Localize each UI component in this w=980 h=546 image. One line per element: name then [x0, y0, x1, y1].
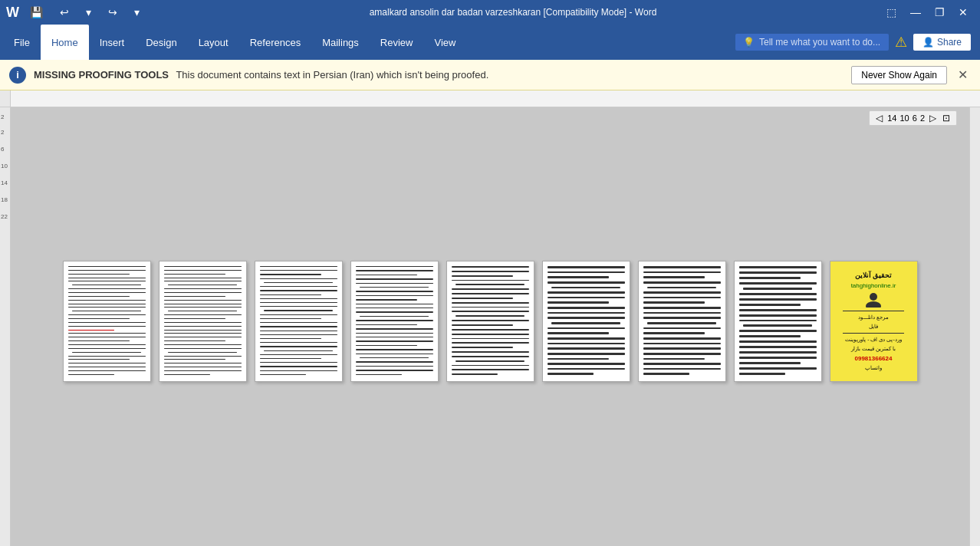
- text-line: [452, 266, 529, 268]
- save-button[interactable]: 💾: [24, 4, 49, 21]
- ruler-num-2a: 2: [1, 113, 4, 120]
- tell-me-box[interactable]: 💡 Tell me what you want to do...: [735, 34, 889, 51]
- tab-file[interactable]: File: [3, 25, 41, 60]
- text-line: [164, 307, 242, 308]
- alert-icon: ⚠: [895, 34, 907, 51]
- text-line: [452, 311, 529, 312]
- page-9-ad[interactable]: تحقیق آنلاین tahghighonline.ir مرجع دانل…: [830, 261, 918, 382]
- text-line: [356, 320, 433, 321]
- svg-point-1: [866, 301, 881, 308]
- undo-dropdown-button[interactable]: ▾: [80, 4, 97, 21]
- undo-button[interactable]: ↩: [54, 4, 75, 21]
- text-line: [356, 333, 433, 334]
- ruler-num-14: 14: [1, 179, 8, 186]
- page-6[interactable]: [542, 261, 630, 382]
- redo-button[interactable]: ↪: [102, 4, 123, 21]
- text-line: [739, 309, 817, 311]
- text-line: [260, 338, 322, 339]
- text-line: [164, 330, 242, 331]
- notification-text: MISSING PROOFING TOOLS This document con…: [34, 69, 844, 81]
- text-line: [739, 266, 817, 268]
- text-line: [260, 306, 337, 307]
- text-line: [68, 281, 146, 281]
- ribbon-display-button[interactable]: ⬚: [880, 4, 903, 21]
- text-line: [260, 286, 337, 287]
- info-icon: i: [9, 67, 26, 84]
- text-line: [68, 344, 146, 345]
- minimize-button[interactable]: —: [904, 4, 927, 21]
- text-line: [548, 373, 594, 375]
- ruler-num-6: 6: [1, 146, 4, 153]
- page-5[interactable]: [446, 261, 534, 382]
- tab-layout[interactable]: Layout: [188, 25, 239, 60]
- page-1[interactable]: [63, 261, 151, 382]
- text-line: [260, 298, 337, 299]
- zoom-in-button[interactable]: ▷: [928, 113, 938, 123]
- tab-mailings[interactable]: Mailings: [311, 25, 370, 60]
- text-line: [68, 340, 130, 341]
- page-7[interactable]: [638, 261, 726, 382]
- tab-view[interactable]: View: [423, 25, 466, 60]
- search-placeholder: Tell me what you want to do...: [759, 37, 880, 48]
- text-line: [452, 342, 529, 344]
- tab-insert[interactable]: Insert: [89, 25, 136, 60]
- share-person-icon: 👤: [922, 37, 934, 48]
- text-line: [68, 333, 146, 334]
- text-line: [739, 282, 817, 285]
- text-line: [356, 304, 433, 304]
- main-content: 2 2 6 10 14 18 22 ◁ 14 10 6 2 ▷ ⊡: [0, 107, 980, 546]
- text-line: [739, 277, 801, 279]
- text-line: [356, 354, 433, 354]
- vertical-scrollbar[interactable]: [969, 107, 980, 546]
- text-line: [452, 347, 514, 348]
- page-1-content: [64, 261, 150, 381]
- ad-line3: ورد-پی دی اف - پاورپوینت: [845, 337, 901, 343]
- text-line: [356, 278, 433, 279]
- ad-divider: [843, 311, 905, 311]
- ad-person-icon: [858, 292, 889, 308]
- text-line: [739, 335, 801, 337]
- text-line: [68, 363, 146, 363]
- ruler-num-22: 22: [1, 213, 8, 220]
- tab-references[interactable]: References: [239, 25, 311, 60]
- text-line: [164, 266, 242, 267]
- text-line: [260, 274, 322, 275]
- page-3[interactable]: [255, 261, 343, 382]
- tab-design[interactable]: Design: [135, 25, 187, 60]
- zoom-out-button[interactable]: ◁: [874, 113, 884, 123]
- text-line: [164, 326, 242, 327]
- text-line: [68, 266, 146, 267]
- ribbon-right: 💡 Tell me what you want to do... ⚠ 👤 Sha…: [735, 25, 977, 60]
- text-line: [260, 290, 337, 291]
- text-line: [643, 368, 721, 370]
- text-line: [164, 314, 242, 315]
- text-line: [164, 367, 242, 367]
- tab-review[interactable]: Review: [370, 25, 424, 60]
- text-line: [739, 320, 817, 322]
- restore-button[interactable]: ❐: [929, 4, 951, 21]
- text-line: [68, 367, 146, 367]
- page-2[interactable]: [159, 261, 247, 382]
- page-4[interactable]: [350, 261, 439, 382]
- customize-button[interactable]: ▾: [128, 4, 146, 21]
- text-line: [452, 369, 529, 370]
- text-line: [452, 320, 529, 321]
- never-show-button[interactable]: Never Show Again: [851, 66, 947, 84]
- text-line: [360, 316, 429, 317]
- text-line: [164, 318, 226, 319]
- text-line: [260, 346, 337, 347]
- close-button[interactable]: ✕: [952, 4, 974, 21]
- tab-home[interactable]: Home: [41, 25, 89, 60]
- notification-close-button[interactable]: ✕: [955, 67, 971, 82]
- text-line: [548, 363, 625, 365]
- text-line: [68, 296, 130, 297]
- page-8[interactable]: [734, 261, 822, 382]
- text-line: [739, 362, 801, 364]
- page-7-content: [639, 261, 725, 381]
- share-button[interactable]: 👤 Share: [913, 34, 971, 51]
- text-line: [452, 356, 529, 357]
- text-line: [260, 358, 322, 359]
- text-line: [548, 307, 625, 309]
- text-line: [68, 359, 130, 360]
- zoom-fit-button[interactable]: ⊡: [941, 113, 952, 123]
